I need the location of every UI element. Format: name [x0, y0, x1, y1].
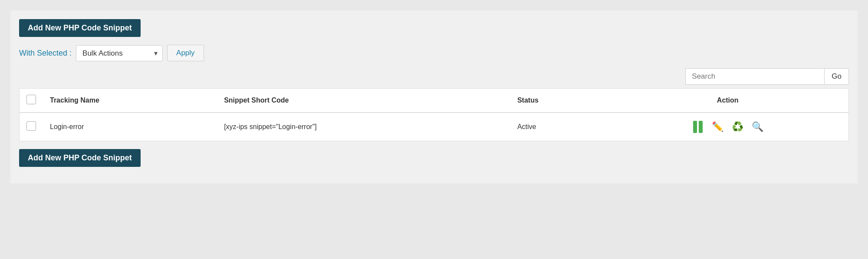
page-container: Add New PHP Code Snippet With Selected :… — [10, 10, 858, 183]
apply-button[interactable]: Apply — [167, 45, 204, 61]
row-snippet-short-code: [xyz-ips snippet="Login-error"] — [217, 113, 510, 141]
pause-bar-right — [699, 121, 703, 133]
search-input[interactable] — [685, 68, 824, 85]
toolbar-row: With Selected : Bulk Actions Delete Appl… — [19, 45, 849, 61]
edit-icon[interactable]: ✏️ — [711, 120, 725, 134]
search-row: Go — [19, 68, 849, 85]
table-header: Tracking Name Snippet Short Code Status … — [20, 89, 849, 113]
add-new-top-button[interactable]: Add New PHP Code Snippet — [19, 19, 141, 37]
pause-bars — [693, 121, 703, 133]
row-checkbox[interactable] — [26, 121, 36, 131]
select-all-checkbox[interactable] — [26, 95, 36, 104]
snippets-table: Tracking Name Snippet Short Code Status … — [19, 88, 849, 141]
pause-bar-left — [693, 121, 697, 133]
bulk-actions-select[interactable]: Bulk Actions Delete — [76, 45, 163, 61]
col-header-snippet-short-code: Snippet Short Code — [217, 89, 510, 113]
col-header-checkbox — [20, 89, 43, 113]
bulk-actions-wrapper: Bulk Actions Delete — [76, 45, 163, 61]
pause-icon[interactable] — [691, 120, 705, 134]
action-icons-group: ✏️ ♻️ 🔍 — [614, 120, 842, 134]
recycle-icon[interactable]: ♻️ — [731, 120, 745, 134]
col-header-tracking-name: Tracking Name — [43, 89, 217, 113]
table-body: Login-error [xyz-ips snippet="Login-erro… — [20, 113, 849, 141]
add-new-bottom-button[interactable]: Add New PHP Code Snippet — [19, 149, 141, 167]
view-icon[interactable]: 🔍 — [751, 120, 765, 134]
with-selected-label: With Selected : — [19, 49, 72, 58]
row-action-cell: ✏️ ♻️ 🔍 — [607, 113, 848, 141]
row-tracking-name: Login-error — [43, 113, 217, 141]
row-checkbox-cell — [20, 113, 43, 141]
col-header-status: Status — [510, 89, 607, 113]
go-button[interactable]: Go — [824, 68, 849, 85]
col-header-action: Action — [607, 89, 848, 113]
table-row: Login-error [xyz-ips snippet="Login-erro… — [20, 113, 849, 141]
row-status: Active — [510, 113, 607, 141]
